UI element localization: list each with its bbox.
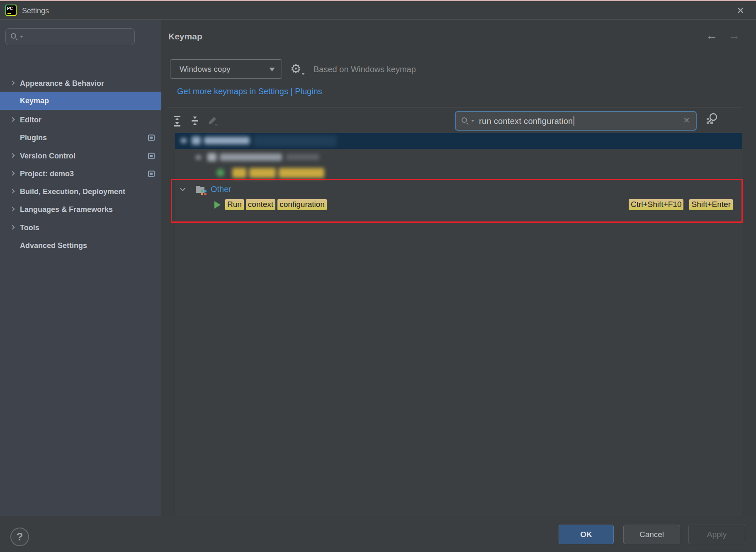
project-settings-icon xyxy=(148,134,155,141)
sidebar-item-advanced-settings[interactable]: Advanced Settings xyxy=(0,236,161,255)
other-group-icon xyxy=(195,184,207,195)
chevron-right-icon xyxy=(10,189,15,193)
tree-group-other[interactable]: Other xyxy=(175,182,742,197)
project-settings-icon xyxy=(148,170,155,178)
highlight-chip: context xyxy=(246,199,275,210)
dialog-footer: ? OK Cancel Apply xyxy=(0,516,756,552)
cancel-button[interactable]: Cancel xyxy=(623,525,680,544)
keymap-select-dropdown[interactable]: Windows copy xyxy=(170,59,282,79)
highlight-chip: configuration xyxy=(277,199,327,210)
chevron-down-icon[interactable] xyxy=(180,186,185,191)
sidebar-item-keymap[interactable]: Keymap xyxy=(0,92,161,110)
forward-arrow-icon[interactable]: → xyxy=(728,29,740,42)
sidebar-search-input[interactable] xyxy=(5,28,135,45)
sidebar-item-label: Editor xyxy=(20,116,41,124)
tree-row-blurred-selected[interactable] xyxy=(175,133,742,149)
clear-search-icon[interactable]: ✕ xyxy=(683,115,690,125)
tree-row-blurred-highlighted[interactable] xyxy=(175,165,742,181)
keymap-tree: Other Run context configuration Ctrl+Shi… xyxy=(175,132,742,516)
chevron-right-icon xyxy=(10,153,15,158)
based-on-label: Based on Windows keymap xyxy=(314,65,416,74)
shortcut-chip: Shift+Enter xyxy=(689,199,733,210)
sidebar-item-label: Build, Execution, Deployment xyxy=(20,187,125,196)
sidebar-item-version-control[interactable]: Version Control xyxy=(0,147,161,165)
collapse-all-icon[interactable] xyxy=(191,117,199,126)
action-name-highlighted: Run context configuration xyxy=(225,199,327,210)
sidebar-item-languages-frameworks[interactable]: Languages & Frameworks xyxy=(0,200,161,219)
tree-group-label: Other xyxy=(211,185,231,194)
sidebar-item-label: Advanced Settings xyxy=(20,241,87,250)
chevron-down-icon xyxy=(471,120,474,122)
keymap-search-input[interactable]: run context configuration ✕ xyxy=(455,111,697,131)
text-cursor xyxy=(574,116,574,126)
pycharm-logo-icon: PC xyxy=(5,5,17,16)
sidebar-item-appearance-behavior[interactable]: Appearance & Behavior xyxy=(0,74,161,92)
sidebar-item-tools[interactable]: Tools xyxy=(0,219,161,237)
sidebar-item-label: Keymap xyxy=(20,97,49,105)
settings-dialog: PC Settings ✕ Appearance & Behavior Keym… xyxy=(0,0,756,552)
window-title: Settings xyxy=(22,7,49,15)
chevron-right-icon xyxy=(10,225,15,229)
chevron-down-icon xyxy=(269,68,275,71)
sidebar-item-label: Project: demo3 xyxy=(20,170,74,178)
shortcut-list: Ctrl+Shift+F10 Shift+Enter xyxy=(629,199,733,210)
back-arrow-icon[interactable]: ← xyxy=(706,29,717,42)
find-actions-by-shortcut-icon[interactable] xyxy=(705,112,719,125)
divider xyxy=(168,107,742,107)
chevron-right-icon xyxy=(10,80,15,85)
search-icon xyxy=(462,117,467,123)
sidebar-item-label: Appearance & Behavior xyxy=(20,79,104,88)
chevron-down-icon xyxy=(20,36,23,38)
window-close-icon[interactable]: ✕ xyxy=(734,5,747,17)
ok-button[interactable]: OK xyxy=(559,525,614,544)
chevron-right-icon xyxy=(10,117,15,122)
tree-row-run-context-configuration[interactable]: Run context configuration Ctrl+Shift+F10… xyxy=(175,197,742,213)
settings-sidebar: Appearance & Behavior Keymap Editor Plug… xyxy=(0,20,161,516)
search-query-text: run context configuration xyxy=(479,116,574,126)
shortcut-chip: Ctrl+Shift+F10 xyxy=(629,199,684,210)
sidebar-item-plugins[interactable]: Plugins xyxy=(0,129,161,147)
chevron-right-icon xyxy=(10,207,15,211)
sidebar-item-label: Version Control xyxy=(20,152,75,160)
highlight-chip: Run xyxy=(225,199,244,210)
help-button[interactable]: ? xyxy=(10,528,29,546)
get-more-keymaps-link[interactable]: Get more keymaps in Settings | Plugins xyxy=(177,87,322,96)
page-title: Keymap xyxy=(168,32,202,41)
chevron-right-icon xyxy=(10,171,15,175)
expand-all-icon[interactable] xyxy=(173,116,181,126)
gear-icon[interactable]: ⚙ xyxy=(290,61,301,76)
project-settings-icon xyxy=(148,152,155,160)
sidebar-item-editor[interactable]: Editor xyxy=(0,111,161,129)
sidebar-item-label: Plugins xyxy=(20,134,47,142)
search-icon xyxy=(11,33,16,39)
keymap-select-value: Windows copy xyxy=(180,65,231,73)
run-icon xyxy=(214,201,221,209)
titlebar: PC Settings ✕ xyxy=(0,1,756,20)
sidebar-item-build-execution-deployment[interactable]: Build, Execution, Deployment xyxy=(0,182,161,201)
tree-row-blurred[interactable] xyxy=(175,150,742,165)
edit-pencil-icon[interactable] xyxy=(207,116,218,126)
apply-button[interactable]: Apply xyxy=(688,525,745,544)
sidebar-item-label: Tools xyxy=(20,224,39,232)
sidebar-item-label: Languages & Frameworks xyxy=(20,205,113,214)
sidebar-item-project-demo3[interactable]: Project: demo3 xyxy=(0,165,161,183)
